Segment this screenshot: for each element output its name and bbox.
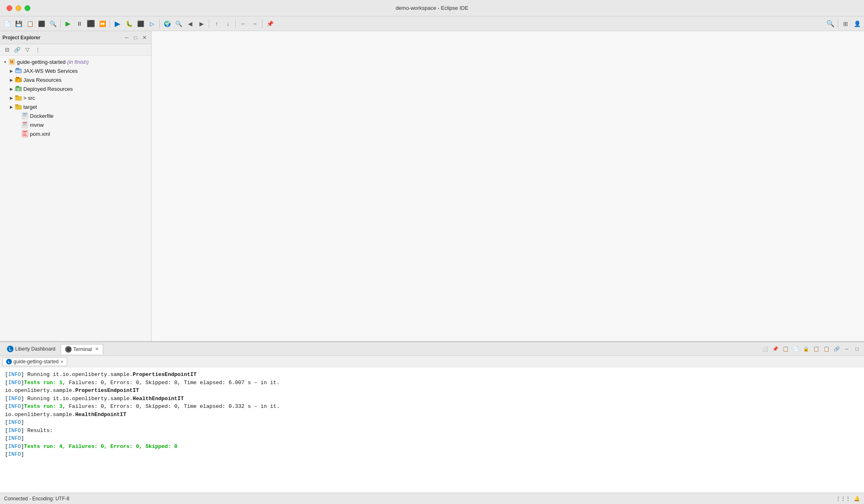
print-button[interactable]: ⬛ <box>36 18 47 29</box>
tree-item-jax-ws[interactable]: ▶ WS JAX-WS Web Services <box>0 66 151 75</box>
minimize-button[interactable] <box>16 5 21 11</box>
back-btn[interactable]: ← <box>238 18 249 29</box>
term-line-3: io.openliberty.sample.PropertiesEndpoint… <box>5 387 859 395</box>
sub-tab-bar: L guide-getting-started ✕ <box>0 356 864 367</box>
term-tool-2[interactable]: 📌 <box>771 344 780 353</box>
term-tool-1[interactable]: ⬜ <box>760 344 769 353</box>
stop-button[interactable]: ⬛ <box>86 18 96 29</box>
separator-6 <box>262 20 262 28</box>
sub-tab-close-btn[interactable]: ✕ <box>60 360 63 364</box>
link-editor-btn[interactable]: 🔗 <box>13 45 22 54</box>
svg-text:M: M <box>10 60 14 64</box>
liberty-test-btn[interactable]: ▷ <box>147 18 157 29</box>
status-separator: ⋮⋮⋮ <box>836 496 850 502</box>
collapse-all-btn[interactable]: ⊟ <box>2 45 11 54</box>
term-minimize-btn[interactable]: ─ <box>842 344 851 353</box>
sub-tab-liberty-icon: L <box>6 359 12 364</box>
svg-rect-17 <box>23 115 26 115</box>
bottom-tab-bar: L Liberty Dashboard ⬛ Terminal ✕ ⬜ 📌 📋 📄… <box>0 342 864 356</box>
maximize-button[interactable] <box>25 5 30 11</box>
term-tool-4[interactable]: 📄 <box>791 344 800 353</box>
pin-btn[interactable]: 📌 <box>265 18 275 29</box>
tree-item-target[interactable]: ▶ target <box>0 102 151 111</box>
term-line-2: [INFO] Tests run: 1, Failures: 0, Errors… <box>5 379 859 387</box>
liberty-stop-btn[interactable]: ⬛ <box>135 18 146 29</box>
panel-header-icons: ─ □ ✕ <box>122 34 149 42</box>
tree-item-mvnw[interactable]: ▶ mvnw <box>0 120 151 129</box>
dockerfile-icon <box>21 112 29 119</box>
term-tool-8[interactable]: 🔗 <box>832 344 841 353</box>
terminal-output: [INFO] Running it.io.openliberty.sample.… <box>0 367 864 493</box>
separator-3 <box>159 20 160 28</box>
tab-liberty-dashboard[interactable]: L Liberty Dashboard <box>2 344 60 354</box>
tab-terminal[interactable]: ⬛ Terminal ✕ <box>61 344 103 354</box>
svg-rect-21 <box>23 124 26 124</box>
tree-item-java-resources[interactable]: ▶ J Java Resources <box>0 75 151 84</box>
close-button[interactable] <box>7 5 12 11</box>
previous-edit-btn[interactable]: ◀ <box>185 18 195 29</box>
perspective-btn[interactable]: ⊞ <box>840 18 851 29</box>
tree-item-pom[interactable]: ▶ XML pom.xml <box>0 129 151 138</box>
tree-item-src[interactable]: ▶ > src <box>0 93 151 102</box>
expand-arrow-target[interactable]: ▶ <box>8 105 15 109</box>
term-tool-5[interactable]: 🔒 <box>801 344 810 353</box>
pom-icon: XML <box>21 130 29 137</box>
terminal-label: Terminal <box>73 346 92 352</box>
traffic-lights <box>7 5 30 11</box>
next-annotation-btn[interactable]: ↓ <box>223 18 233 29</box>
next-edit-btn[interactable]: ▶ <box>196 18 207 29</box>
tree-item-root-project[interactable]: ▾ M guide-getting-started (in finish) <box>0 57 151 66</box>
liberty-start-btn[interactable]: ▶ <box>112 18 123 29</box>
minimize-panel-btn[interactable]: ─ <box>122 34 131 42</box>
maximize-panel-btn[interactable]: □ <box>131 34 140 42</box>
terminal-close-btn[interactable]: ✕ <box>95 346 99 352</box>
save-button[interactable]: 💾 <box>13 18 24 29</box>
expand-arrow-jax[interactable]: ▶ <box>8 69 15 73</box>
filter-btn[interactable]: ▽ <box>23 45 32 54</box>
title-bar: demo-workspace - Eclipse IDE <box>0 0 864 16</box>
java-resources-icon: J <box>15 76 22 83</box>
suspend-button[interactable]: ⏸ <box>74 18 85 29</box>
separator-1 <box>60 20 61 28</box>
term-maximize-btn[interactable]: □ <box>853 344 862 353</box>
view-menu-btn[interactable]: ⋮ <box>33 45 42 54</box>
run-button[interactable]: ▶ <box>63 18 73 29</box>
term-tool-6[interactable]: 📋 <box>812 344 821 353</box>
forward-btn[interactable]: → <box>249 18 260 29</box>
term-line-1: [INFO] Running it.io.openliberty.sample.… <box>5 371 859 379</box>
tree-item-deployed-resources[interactable]: ▶ D Deployed Resources <box>0 84 151 93</box>
term-tool-3[interactable]: 📋 <box>781 344 790 353</box>
liberty-dashboard-icon: L <box>7 346 14 352</box>
search-btn[interactable]: 🔍 <box>173 18 184 29</box>
expand-arrow-src[interactable]: ▶ <box>8 96 15 100</box>
svg-rect-24 <box>23 131 27 132</box>
new-button[interactable]: 📄 <box>2 18 12 29</box>
expand-arrow-root[interactable]: ▾ <box>2 60 8 64</box>
svg-rect-20 <box>23 122 27 123</box>
close-panel-btn[interactable]: ✕ <box>140 34 149 42</box>
expand-arrow-java[interactable]: ▶ <box>8 78 15 82</box>
expand-arrow-deployed[interactable]: ▶ <box>8 87 15 91</box>
step-button[interactable]: ⏩ <box>97 18 108 29</box>
bottom-panel: L Liberty Dashboard ⬛ Terminal ✕ ⬜ 📌 📋 📄… <box>0 341 864 493</box>
separator-2 <box>110 20 110 28</box>
pom-label: pom.xml <box>30 131 50 137</box>
prev-annotation-btn[interactable]: ↑ <box>211 18 222 29</box>
term-tool-7[interactable]: 📋 <box>822 344 831 353</box>
svg-text:WS: WS <box>16 70 22 73</box>
save-all-button[interactable]: 📋 <box>25 18 35 29</box>
global-search-btn[interactable]: 🔍 <box>825 18 836 29</box>
liberty-debug-btn[interactable]: 🐛 <box>124 18 134 29</box>
terminal-icon: ⬛ <box>65 346 72 353</box>
sub-tab-label: guide-getting-started <box>14 359 59 364</box>
tree-item-dockerfile[interactable]: ▶ Dockerfile <box>0 111 151 120</box>
root-project-label: guide-getting-started (in finish) <box>17 59 89 65</box>
perspective-open-btn[interactable]: 👤 <box>852 18 862 29</box>
notification-icon[interactable]: 🔔 <box>854 496 860 502</box>
svg-rect-25 <box>23 133 26 133</box>
status-text: Connected - Encoding: UTF-8 <box>4 496 69 502</box>
src-folder-icon <box>15 94 22 101</box>
properties-button[interactable]: 🔍 <box>47 18 58 29</box>
open-type-btn[interactable]: 🌍 <box>162 18 172 29</box>
sub-tab-guide[interactable]: L guide-getting-started ✕ <box>2 357 67 366</box>
